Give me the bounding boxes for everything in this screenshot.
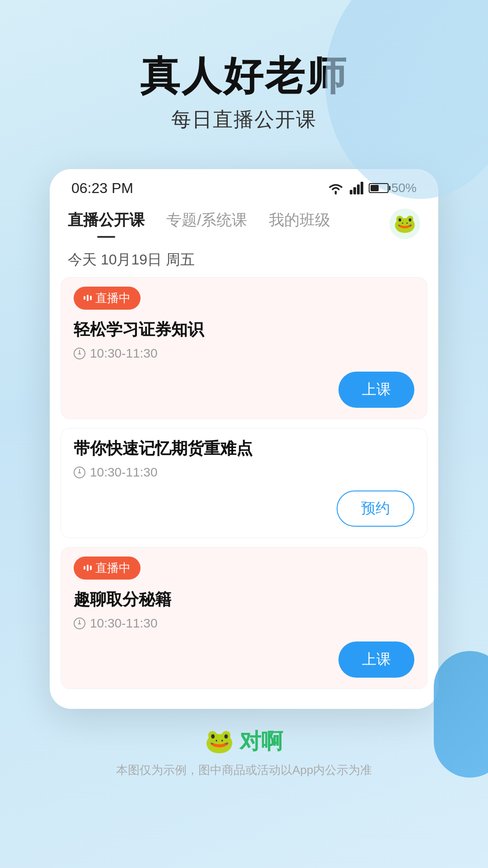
phone-mockup: 06:23 PM [50, 169, 438, 709]
footer-logo-text: 对啊 [239, 727, 283, 756]
course-time-2: 10:30-11:30 [74, 465, 414, 480]
join-button-1[interactable]: 上课 [338, 372, 414, 408]
course-title-2: 带你快速记忆期货重难点 [74, 438, 414, 460]
date-text: 今天 10月19日 周五 [68, 251, 195, 268]
wave-icon-1 [84, 294, 92, 302]
card-content-3: 趣聊取分秘籍 10:30-11:30 [61, 580, 427, 642]
course-title-3: 趣聊取分秘籍 [74, 589, 414, 611]
card-action-1: 上课 [61, 372, 427, 419]
course-card-2: 带你快速记忆期货重难点 10:30-11:30 预约 [61, 428, 427, 538]
footer-logo: 🐸 对啊 [205, 727, 283, 756]
card-action-3: 上课 [61, 642, 427, 689]
course-time-text-1: 10:30-11:30 [90, 346, 157, 361]
card-badge-area-3: 直播中 [61, 547, 427, 580]
page-container: 真人好老师 每日直播公开课 06:23 PM [0, 0, 488, 868]
tab-live-courses[interactable]: 直播公开课 [68, 210, 145, 238]
course-time-text-2: 10:30-11:30 [90, 465, 157, 480]
user-avatar[interactable]: 🐸 [389, 208, 420, 239]
avatar-icon: 🐸 [394, 213, 416, 234]
course-time-3: 10:30-11:30 [74, 616, 414, 631]
tab-topic-courses[interactable]: 专题/系统课 [166, 210, 247, 238]
card-content-2: 带你快速记忆期货重难点 10:30-11:30 [61, 429, 427, 491]
course-title-1: 轻松学习证券知识 [74, 319, 414, 341]
wifi-icon [327, 182, 344, 194]
live-badge-1: 直播中 [74, 287, 141, 310]
course-time-text-3: 10:30-11:30 [90, 616, 157, 631]
live-badge-3: 直播中 [74, 557, 141, 580]
tab-my-class[interactable]: 我的班级 [269, 210, 330, 238]
battery-icon [369, 183, 389, 193]
card-action-2: 预约 [61, 491, 427, 538]
clock-icon-3 [74, 618, 85, 629]
course-card-3: 直播中 趣聊取分秘籍 10:30-11:30 上课 [61, 547, 427, 689]
card-content-1: 轻松学习证券知识 10:30-11:30 [61, 310, 427, 372]
signal-icon [350, 182, 363, 194]
hero-section: 真人好老师 每日直播公开课 [140, 0, 348, 160]
svg-rect-1 [350, 190, 352, 194]
date-header: 今天 10月19日 周五 [50, 239, 438, 277]
reserve-button-2[interactable]: 预约 [337, 491, 414, 527]
svg-rect-4 [361, 182, 363, 194]
battery-fill [371, 185, 379, 191]
svg-point-0 [334, 191, 337, 193]
status-time: 06:23 PM [71, 180, 133, 197]
course-card-1: 直播中 轻松学习证券知识 10:30-11:30 上课 [61, 277, 427, 419]
live-badge-label-1: 直播中 [95, 290, 131, 306]
svg-rect-2 [353, 187, 356, 194]
nav-tabs: 直播公开课 专题/系统课 我的班级 🐸 [50, 204, 438, 239]
svg-rect-3 [357, 184, 360, 194]
join-button-3[interactable]: 上课 [338, 642, 414, 678]
footer: 🐸 对啊 本图仅为示例，图中商品或活动以App内公示为准 [116, 709, 372, 805]
clock-icon-1 [74, 348, 85, 359]
hero-subtitle: 每日直播公开课 [140, 106, 348, 133]
course-list: 直播中 轻松学习证券知识 10:30-11:30 上课 带你快速记忆期货 [50, 277, 438, 709]
bg-decoration-2 [434, 651, 488, 778]
footer-disclaimer: 本图仅为示例，图中商品或活动以App内公示为准 [116, 762, 372, 778]
footer-logo-frog-icon: 🐸 [205, 727, 234, 755]
card-badge-area-1: 直播中 [61, 278, 427, 310]
clock-icon-2 [74, 467, 85, 478]
live-badge-label-3: 直播中 [95, 560, 131, 576]
hero-title: 真人好老师 [140, 54, 348, 98]
wave-icon-3 [84, 564, 92, 572]
course-time-1: 10:30-11:30 [74, 346, 414, 361]
